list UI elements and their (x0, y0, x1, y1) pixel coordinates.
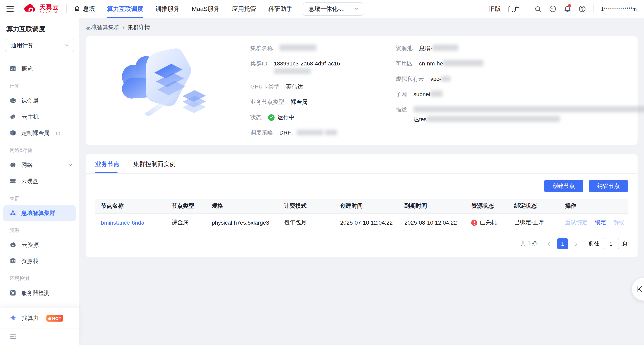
col-created-time: 创建时间 (336, 199, 400, 213)
search-icon[interactable] (534, 6, 542, 12)
current-page-button[interactable]: 1 (557, 238, 568, 249)
flame-icon (48, 316, 51, 320)
goto-label: 前往 (588, 240, 600, 247)
sidebar-item-bare-metal[interactable]: 裸金属 (0, 93, 79, 109)
bell-icon[interactable] (564, 5, 571, 13)
goto-page-input[interactable] (603, 238, 619, 249)
tab-business-nodes[interactable]: 业务节点 (95, 160, 120, 173)
col-node-type: 节点类型 (168, 199, 208, 213)
sidebar-section-cluster: 集群 (0, 189, 79, 205)
field-status: 状态 运行中 (250, 114, 396, 121)
sidebar-section-network-storage: 网络&存储 (0, 141, 79, 157)
nodes-card: 业务节点 集群控制面实例 创建节点 纳管节点 节点名称 节点类型 (86, 154, 638, 257)
sidebar-item-server-check[interactable]: 服务器检测 (0, 285, 79, 301)
collapse-sidebar-button[interactable] (0, 328, 79, 345)
resource-status-cell: 已关机 (472, 219, 506, 226)
sidebar-item-xirang-cluster[interactable]: 息壤智算集群 (3, 205, 76, 221)
sidebar-item-cloud-host[interactable]: 云主机 (0, 109, 79, 125)
external-link-icon (56, 131, 60, 136)
node-toolbar: 创建节点 纳管节点 (95, 180, 628, 192)
col-billing-mode: 计费模式 (280, 199, 336, 213)
col-node-name: 节点名称 (95, 199, 168, 213)
ctyun-logo[interactable]: 天翼云 State Cloud (22, 3, 59, 15)
help-icon[interactable] (578, 5, 586, 13)
col-actions: 操作 (561, 199, 628, 213)
portal-link[interactable]: 门户 (508, 5, 520, 13)
tab-control-plane[interactable]: 集群控制面实例 (133, 160, 176, 173)
next-page-button[interactable] (571, 239, 581, 248)
created-cell: 2025-07-10 12:04:22 (336, 213, 400, 231)
find-compute-icon (10, 314, 16, 322)
sidebar-section-compute: 计算 (0, 77, 79, 93)
cloud-resource-icon (10, 241, 16, 249)
sidebar-item-overview[interactable]: 概览 (0, 61, 79, 77)
nodes-table: 节点名称 节点类型 规格 计费模式 创建时间 到期时间 资源状态 绑定状态 操作 (95, 199, 628, 231)
redacted-value (325, 130, 337, 135)
hot-badge: HOT (46, 315, 64, 321)
cluster-icon (10, 209, 16, 217)
nav-app-hosting[interactable]: 应用托管 (232, 0, 256, 18)
billing-cell: 包年包月 (280, 213, 336, 231)
sidebar-item-cloud-resource[interactable]: 云资源 (0, 237, 79, 253)
field-cluster-name: 集群名称 (250, 45, 396, 52)
field-cluster-id: 集群ID 183991c3-2a68-4d9f-ac16- (250, 60, 396, 75)
nav-maas[interactable]: MaaS服务 (192, 0, 220, 18)
cloud-logo-icon (22, 3, 37, 15)
lock-action[interactable]: 锁定 (595, 219, 606, 225)
cluster-info-card: 集群名称 集群ID 183991c3-2a68-4d9f-ac16- GPU卡类… (86, 36, 638, 145)
server-check-icon (10, 289, 16, 297)
field-gpu-type: GPU卡类型 英伟达 (250, 83, 396, 91)
overview-icon (10, 65, 16, 73)
cluster-info-grid: 集群名称 集群ID 183991c3-2a68-4d9f-ac16- GPU卡类… (250, 45, 644, 137)
status-text: 运行中 (278, 114, 294, 121)
unlock-action[interactable]: 解锁 (613, 219, 624, 225)
sidebar-item-network[interactable]: 网络 (0, 157, 79, 173)
workspace-select[interactable]: 息壤一体化-... (303, 2, 364, 16)
sidebar-section-env-check: 环境检测 (0, 269, 79, 285)
redacted-value (280, 45, 316, 51)
pagination-total: 共 1 条 (520, 240, 538, 247)
retry-bind-action[interactable]: 重试绑定 (565, 219, 588, 225)
table-row: bminstance-6nda 裸金属 physical.h7es.5xlarg… (95, 213, 628, 231)
collapse-icon (10, 333, 17, 340)
menu-icon[interactable] (6, 6, 14, 12)
sidebar-menu: 概览 计算 裸金属 云主机 (0, 52, 79, 308)
chevron-down-icon (64, 42, 69, 49)
redacted-value (297, 130, 324, 135)
redacted-value (274, 68, 311, 74)
more-icon[interactable] (549, 5, 556, 13)
nav-train-infer[interactable]: 训推服务 (156, 0, 180, 18)
sidebar-item-resource-stack[interactable]: 资源栈 (0, 253, 79, 269)
sidebar-item-cloud-disk[interactable]: 云硬盘 (0, 173, 79, 189)
nav-research-assistant[interactable]: 科研助手 (268, 0, 292, 18)
redacted-value (430, 91, 442, 97)
col-resource-status: 资源状态 (467, 199, 510, 213)
sidebar-item-custom-bare-metal[interactable]: 定制裸金属 (0, 125, 79, 141)
col-expire-time: 到期时间 (400, 199, 467, 213)
compute-type-select[interactable]: 通用计算 (5, 39, 74, 52)
resource-stack-icon (10, 257, 16, 265)
actions-cell: 重试绑定 锁定 解锁 解绑集群 (561, 213, 628, 231)
node-type-cell: 裸金属 (168, 213, 208, 231)
custom-bare-metal-icon (10, 130, 16, 137)
nav-xirang[interactable]: 息壤 (74, 0, 95, 18)
create-node-button[interactable]: 创建节点 (544, 180, 583, 192)
pagination: 共 1 条 1 前往 页 (95, 238, 628, 249)
breadcrumb-cluster-list[interactable]: 息壤智算集群 (86, 24, 120, 31)
col-spec: 规格 (208, 199, 280, 213)
page-unit-label: 页 (622, 240, 628, 247)
divider (593, 5, 594, 13)
top-nav: 息壤 算力互联调度 训推服务 MaaS服务 应用托管 科研助手 (74, 0, 292, 18)
manage-node-button[interactable]: 纳管节点 (589, 180, 628, 192)
old-version-link[interactable]: 旧版 (489, 5, 501, 13)
breadcrumb-current: 集群详情 (128, 24, 150, 31)
app-root: 天翼云 State Cloud 息壤 算力互联调度 训推服务 MaaS服务 (0, 0, 644, 345)
sidebar-item-find-compute[interactable]: 找算力 HOT (0, 310, 79, 326)
brand-name-en: State Cloud (40, 11, 59, 14)
prev-page-button[interactable] (544, 239, 554, 248)
chevron-down-icon (354, 6, 359, 12)
cluster-illustration (111, 44, 212, 137)
nav-compute-scheduling[interactable]: 算力互联调度 (107, 0, 143, 18)
node-name-link[interactable]: bminstance-6nda (101, 219, 144, 226)
username[interactable]: 1**************m (601, 6, 637, 12)
